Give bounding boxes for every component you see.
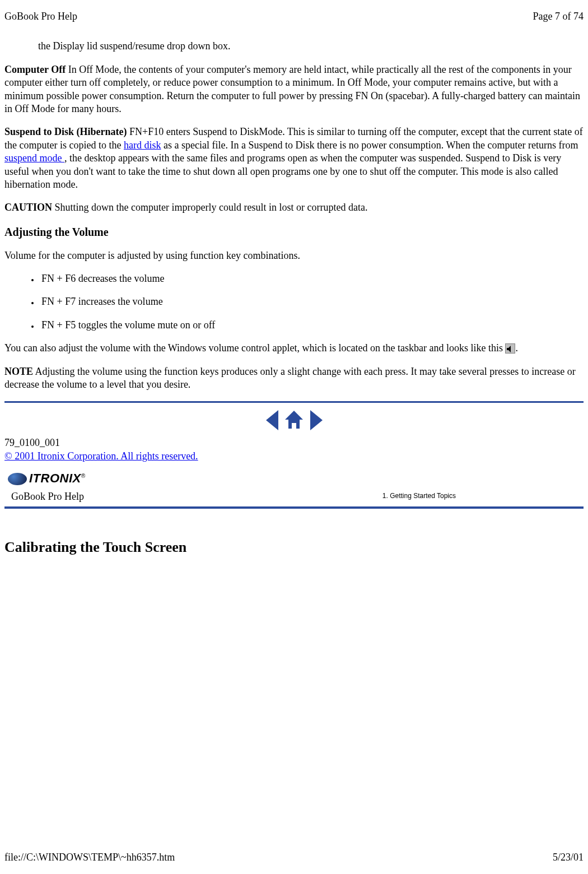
volume-heading: Adjusting the Volume [4, 225, 584, 239]
date: 5/23/01 [553, 851, 584, 864]
help-row: GoBook Pro Help 1. Getting Started Topic… [8, 490, 584, 503]
applet-text-2: . [515, 342, 518, 354]
continuation-text: the Display lid suspend/resume drop down… [4, 40, 584, 53]
copyright-link[interactable]: © 2001 Itronix Corporation. All rights r… [4, 450, 198, 462]
hard-disk-link[interactable]: hard disk [124, 140, 161, 151]
suspend-text-3: , the desktop appears with the same file… [4, 152, 561, 190]
applet-paragraph: You can also adjust the volume with the … [4, 342, 584, 355]
page-footer: file://C:\WINDOWS\TEMP\~hh6357.htm 5/23/… [4, 851, 584, 864]
forward-arrow-icon[interactable] [310, 410, 323, 430]
list-item: FN + F6 decreases the volume [39, 272, 584, 285]
caution-text: Shutting down the computer improperly co… [52, 202, 367, 213]
logo-block: ITRONIX® GoBook Pro Help 1. Getting Star… [4, 467, 584, 505]
list-item: FN + F7 increases the volume [39, 295, 584, 308]
volume-intro: Volume for the computer is adjusted by u… [4, 249, 584, 262]
file-path: file://C:\WINDOWS\TEMP\~hh6357.htm [4, 851, 175, 864]
page-number: Page 7 of 74 [533, 10, 584, 23]
brand-logo: ITRONIX® [8, 471, 584, 487]
note-text: Adjusting the volume using the function … [4, 366, 576, 390]
divider [4, 401, 584, 403]
speaker-icon [505, 343, 515, 354]
list-item: FN + F5 toggles the volume mute on or of… [39, 319, 584, 332]
computer-off-paragraph: Computer Off In Off Mode, the contents o… [4, 63, 584, 116]
calibrating-heading: Calibrating the Touch Screen [4, 538, 584, 557]
doc-title: GoBook Pro Help [4, 10, 77, 23]
suspend-paragraph: Suspend to Disk (Hibernate) FN+F10 enter… [4, 125, 584, 191]
home-icon[interactable] [283, 410, 305, 431]
svg-marker-0 [507, 346, 511, 352]
back-arrow-icon[interactable] [266, 410, 278, 430]
brand-text: ITRONIX® [29, 471, 86, 487]
doc-number: 79_0100_001 [4, 436, 584, 449]
suspend-text-2: as a special file. In a Suspend to Disk … [161, 140, 578, 151]
topic-label: 1. Getting Started Topics [382, 492, 579, 501]
svg-marker-1 [285, 411, 303, 429]
nav-icons [4, 410, 584, 431]
note-label: NOTE [4, 366, 33, 377]
note-paragraph: NOTE Adjusting the volume using the func… [4, 365, 584, 392]
computer-off-label: Computer Off [4, 64, 68, 75]
help-title: GoBook Pro Help [11, 490, 84, 503]
suspend-mode-link[interactable]: suspend mode [4, 152, 64, 164]
caution-paragraph: CAUTION Shutting down the computer impro… [4, 201, 584, 214]
caution-label: CAUTION [4, 202, 52, 213]
volume-bullet-list: FN + F6 decreases the volume FN + F7 inc… [4, 272, 584, 332]
applet-text-1: You can also adjust the volume with the … [4, 342, 505, 354]
computer-off-text: In Off Mode, the contents of your comput… [4, 64, 580, 114]
suspend-label: Suspend to Disk (Hibernate) [4, 126, 127, 137]
divider [4, 506, 584, 509]
globe-icon [8, 473, 27, 485]
page-header: GoBook Pro Help Page 7 of 74 [4, 10, 584, 23]
